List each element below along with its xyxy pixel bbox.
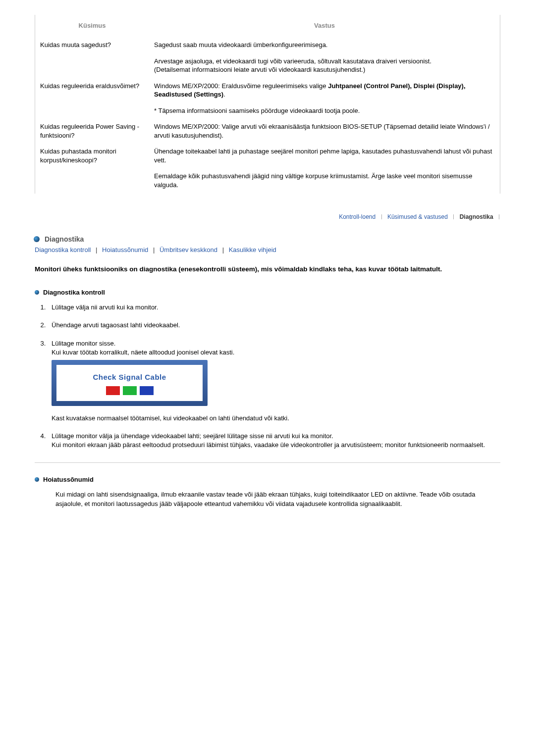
step-4: Lülitage monitor välja ja ühendage video…: [48, 432, 500, 450]
qa-question: Kuidas reguleerida Power Saving -funktsi…: [35, 119, 149, 144]
table-row: Kuidas muuta sagedust? Sagedust saab muu…: [35, 37, 500, 53]
separator: [453, 214, 454, 219]
separator: |: [153, 246, 155, 253]
qa-question: [35, 168, 149, 193]
qa-question: [35, 53, 149, 78]
bullet-icon: [35, 477, 39, 482]
subnav-link-checklist[interactable]: Kontroll-loend: [339, 213, 375, 220]
table-header-answer: Vastus: [149, 15, 500, 37]
stripe-red: [106, 386, 120, 395]
bullet-icon: [35, 290, 39, 295]
subsection-header-diag-check: Diagnostika kontroll: [35, 289, 500, 296]
qa-answer: Arvestage asjaoluga, et videokaardi tugi…: [149, 53, 500, 78]
table-row: Eemaldage kõik puhastusvahendi jäägid ni…: [35, 168, 500, 193]
anchor-link-row: Diagnostika kontroll | Hoiatussõnumid | …: [35, 246, 500, 253]
subsection-title: Hoiatussõnumid: [43, 476, 94, 483]
table-header-question: Küsimus: [35, 15, 149, 37]
qa-answer: * Täpsema informatsiooni saamiseks pöörd…: [149, 103, 500, 119]
anchor-link-diag-check[interactable]: Diagnostika kontroll: [35, 246, 91, 253]
section-title: Diagnostika: [45, 235, 84, 243]
subnav-link-diagnostics[interactable]: Diagnostika: [460, 213, 493, 220]
qa-answer: Sagedust saab muuta videokaardi ümberkon…: [149, 37, 500, 53]
subsection-title: Diagnostika kontroll: [43, 289, 105, 296]
subnav-link-qa[interactable]: Küsimused & vastused: [387, 213, 448, 220]
section-header-diagnostics: Diagnostika: [35, 235, 500, 243]
divider: [35, 462, 500, 463]
stripe-green: [123, 386, 137, 395]
qa-table: Küsimus Vastus Kuidas muuta sagedust? Sa…: [35, 15, 500, 194]
table-row: Kuidas puhastada monitori korpust/kinesk…: [35, 144, 500, 168]
rgb-stripes: [60, 386, 199, 395]
anchor-link-tips[interactable]: Kasulikke vihjeid: [229, 246, 276, 253]
separator: |: [96, 246, 97, 253]
qa-answer: Ühendage toitekaabel lahti ja puhastage …: [149, 144, 500, 168]
separator: [499, 214, 499, 219]
section-intro: Monitori üheks funktsiooniks on diagnost…: [35, 264, 500, 274]
subsection-header-warnings: Hoiatussõnumid: [35, 476, 500, 483]
anchor-link-environment[interactable]: Ümbritsev keskkond: [160, 246, 217, 253]
separator: [381, 214, 382, 219]
table-row: Kuidas reguleerida Power Saving -funktsi…: [35, 119, 500, 144]
step-1: Lülitage välja nii arvuti kui ka monitor…: [48, 303, 500, 312]
check-signal-cable-figure: Check Signal Cable: [52, 360, 500, 406]
table-row: * Täpsema informatsiooni saamiseks pöörd…: [35, 103, 500, 119]
qa-question: Kuidas muuta sagedust?: [35, 37, 149, 53]
qa-question: [35, 103, 149, 119]
step-2: Ühendage arvuti tagaosast lahti videokaa…: [48, 321, 500, 330]
table-row: Arvestage asjaoluga, et videokaardi tugi…: [35, 53, 500, 78]
qa-answer: Eemaldage kõik puhastusvahendi jäägid ni…: [149, 168, 500, 193]
qa-question: Kuidas puhastada monitori korpust/kinesk…: [35, 144, 149, 168]
qa-question: Kuidas reguleerida eraldusvõimet?: [35, 78, 149, 103]
table-row: Kuidas reguleerida eraldusvõimet? Window…: [35, 78, 500, 103]
diagnostic-steps: Lülitage välja nii arvuti kui ka monitor…: [48, 303, 500, 450]
stripe-blue: [140, 386, 154, 395]
separator: |: [222, 246, 224, 253]
anchor-link-warnings[interactable]: Hoiatussõnumid: [102, 246, 148, 253]
warning-body-text: Kui midagi on lahti sisendsignaaliga, il…: [55, 490, 500, 509]
section-subnav: Kontroll-loend Küsimused & vastused Diag…: [35, 213, 500, 220]
step-3: Lülitage monitor sisse. Kui kuvar töötab…: [48, 339, 500, 423]
qa-answer: Windows ME/XP/2000: Valige arvuti või ek…: [149, 119, 500, 144]
bullet-icon: [34, 236, 40, 242]
signal-cable-label: Check Signal Cable: [60, 372, 199, 382]
qa-answer: Windows ME/XP/2000: Eraldusvõime regulee…: [149, 78, 500, 103]
